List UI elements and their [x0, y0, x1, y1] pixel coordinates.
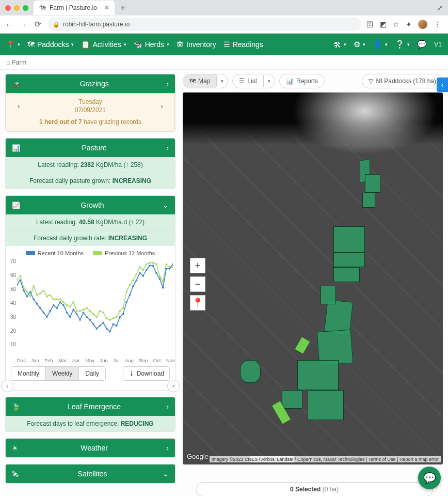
map-tab-dropdown[interactable]: ▾ — [216, 75, 228, 87]
svg-point-93 — [165, 268, 167, 270]
window-close-icon[interactable] — [5, 5, 11, 11]
monthly-button[interactable]: Monthly — [11, 367, 46, 380]
daily-button[interactable]: Daily — [79, 367, 105, 380]
svg-point-76 — [109, 331, 111, 333]
svg-point-39 — [146, 264, 148, 266]
browser-tab[interactable]: 🐄 Farm | Pasture.io ✕ — [34, 1, 115, 15]
growth-forecast: Forecast daily growth rate: INCREASING — [6, 230, 175, 246]
chat-menu[interactable]: 💬 — [417, 40, 427, 49]
svg-point-66 — [76, 313, 78, 315]
nav-activities[interactable]: 📋Activities▾ — [81, 40, 126, 49]
svg-point-56 — [43, 312, 45, 314]
key-icon[interactable]: ⚿ — [366, 20, 374, 28]
next-day-button[interactable]: › — [161, 102, 163, 110]
svg-point-92 — [162, 287, 164, 289]
svg-point-47 — [172, 266, 173, 268]
svg-point-9 — [46, 296, 48, 298]
grazing-day: Tuesday — [75, 98, 106, 106]
chevron-down-icon: ▾ — [18, 42, 20, 47]
pasture-header[interactable]: 📊 Pasture › — [6, 138, 175, 157]
svg-point-75 — [106, 328, 108, 330]
svg-point-45 — [165, 264, 167, 266]
chat-icon: 💬 — [417, 40, 427, 49]
growth-title: Growth — [22, 201, 163, 209]
svg-point-52 — [29, 291, 31, 293]
svg-point-62 — [62, 304, 65, 306]
tab-title: Farm | Pasture.io — [50, 4, 97, 11]
chevron-down-icon: ▾ — [71, 42, 74, 47]
grazing-date: 07/09/2021 — [75, 106, 106, 114]
terms-link[interactable]: Terms of Use — [369, 457, 396, 462]
reports-tab[interactable]: 📊Reports — [280, 74, 324, 88]
user-menu[interactable]: 👤▾ — [373, 40, 388, 49]
svg-point-86 — [142, 275, 144, 277]
star-icon[interactable]: ☆ — [393, 20, 399, 28]
back-button[interactable]: ← — [4, 20, 13, 29]
nav-herds[interactable]: 🐄Herds▾ — [134, 40, 169, 49]
new-tab-button[interactable]: ＋ — [119, 3, 127, 13]
window-max-icon[interactable] — [23, 5, 28, 11]
side-panel-toggle[interactable]: ‹ — [437, 78, 448, 92]
weekly-button[interactable]: Weekly — [46, 367, 79, 380]
report-map-link[interactable]: Report a map error — [399, 457, 439, 462]
reload-button[interactable]: ⟳ — [33, 20, 42, 29]
grazings-header[interactable]: 🚜 Grazings › — [6, 74, 175, 93]
svg-point-74 — [102, 322, 104, 324]
help-menu[interactable]: ❔▾ — [395, 40, 410, 49]
breadcrumb[interactable]: Farm — [12, 59, 26, 66]
svg-point-89 — [152, 265, 154, 267]
nav-readings[interactable]: ☰Readings — [223, 40, 263, 49]
menu-icon[interactable]: ⋮ — [434, 20, 441, 28]
map-icon: 🗺 — [189, 78, 196, 85]
svg-point-42 — [155, 264, 157, 266]
address-bar[interactable]: 🔒 robin-hill-farm.pasture.io — [47, 18, 361, 31]
location-menu[interactable]: 📍▾ — [6, 40, 20, 49]
svg-point-82 — [129, 294, 131, 296]
svg-point-65 — [72, 309, 74, 311]
map-canvas[interactable]: + − 📍 Google Keyboard shortcuts Imagery … — [183, 92, 443, 464]
zoom-out-button[interactable]: − — [190, 276, 205, 292]
window-expand-icon[interactable]: ⤢ — [432, 4, 448, 12]
panel-prev-button[interactable]: ‹ — [1, 380, 13, 392]
nav-paddocks[interactable]: 🗺Paddocks▾ — [27, 40, 74, 49]
chevron-down-icon: ▾ — [407, 42, 410, 47]
nav-inventory[interactable]: 🏚Inventory — [177, 40, 216, 49]
svg-point-8 — [43, 290, 45, 292]
extensions-icon[interactable]: ✦ — [406, 20, 412, 28]
prev-day-button[interactable]: ‹ — [18, 102, 20, 110]
grazing-message: 1 herd out of 7 have grazing records — [6, 115, 174, 131]
growth-chart — [17, 258, 173, 346]
download-button[interactable]: ⭳Download — [123, 366, 170, 381]
svg-point-34 — [129, 284, 131, 286]
chat-button[interactable]: 💬 — [418, 467, 441, 489]
panel-next-button[interactable]: › — [167, 380, 180, 392]
paddock-count[interactable]: ▽68 Paddocks (178 ha) — [362, 74, 443, 88]
svg-point-6 — [36, 294, 38, 296]
chevron-down-icon: ▾ — [385, 42, 388, 47]
svg-point-30 — [116, 316, 118, 318]
home-icon[interactable]: ⌂ — [6, 59, 10, 66]
svg-point-94 — [169, 268, 171, 270]
weather-header[interactable]: ☀ Weather › — [6, 439, 175, 457]
settings-menu[interactable]: ⚙▾ — [354, 40, 365, 49]
qr-icon[interactable]: ◩ — [380, 20, 387, 28]
svg-point-80 — [122, 313, 124, 315]
list-tab-dropdown[interactable]: ▾ — [263, 75, 275, 87]
svg-point-60 — [56, 307, 58, 309]
cow-icon: 🐄 — [134, 40, 142, 49]
chevron-down-icon: ▾ — [363, 42, 365, 47]
map-tab[interactable]: 🗺Map — [183, 74, 216, 88]
zoom-in-button[interactable]: + — [190, 258, 205, 273]
leaf-header[interactable]: 🍃 Leaf Emergence › — [6, 397, 175, 416]
svg-point-22 — [89, 310, 91, 312]
locate-button[interactable]: 📍 — [190, 295, 205, 311]
list-tab[interactable]: ☰List — [233, 74, 263, 88]
chevron-right-icon: › — [166, 80, 169, 88]
tools-menu[interactable]: 🛠▾ — [333, 40, 346, 49]
window-min-icon[interactable] — [14, 5, 20, 11]
growth-header[interactable]: 📈 Growth ⌄ — [6, 196, 175, 214]
satellites-header[interactable]: 🛰 Satellites ⌄ — [6, 464, 175, 483]
svg-point-59 — [53, 304, 55, 306]
profile-avatar[interactable] — [418, 20, 427, 29]
tab-close-icon[interactable]: ✕ — [104, 4, 109, 11]
